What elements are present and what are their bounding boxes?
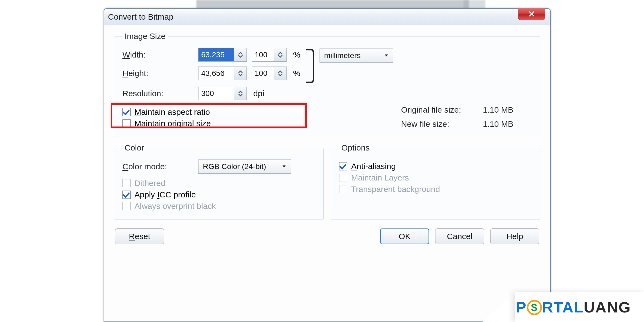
- cancel-button[interactable]: Cancel: [435, 228, 484, 244]
- apply-icc-checkbox[interactable]: [122, 191, 131, 199]
- options-legend: Options: [339, 143, 372, 152]
- units-dropdown[interactable]: millimeters: [320, 49, 393, 63]
- convert-to-bitmap-dialog: Convert to Bitmap Image Size WWidth:idth…: [104, 8, 551, 322]
- color-group: Color Color mode: RGB Color (24-bit) Dit…: [114, 143, 324, 220]
- overprint-row: Always overprint black: [122, 201, 315, 211]
- maintain-aspect-label: Maintain aspect ratio: [134, 107, 210, 117]
- height-pct-input[interactable]: [252, 67, 274, 80]
- maintain-layers-checkbox: [339, 174, 347, 182]
- file-size-info: Original file size: 1.10 MB New file siz…: [401, 105, 532, 129]
- height-label: Height:: [122, 69, 193, 78]
- resolution-input[interactable]: [198, 87, 234, 100]
- size-lower-row: Maintain aspect ratio Maintain original …: [122, 105, 532, 130]
- resolution-row: Resolution: dpi: [122, 87, 532, 100]
- reset-button[interactable]: Reset: [115, 228, 164, 244]
- image-size-legend: Image Size: [122, 32, 168, 41]
- resolution-spinner[interactable]: [198, 87, 247, 100]
- width-pct-input[interactable]: [252, 48, 274, 61]
- transparent-bg-label: Transparent background: [351, 185, 440, 194]
- height-spin-buttons[interactable]: [234, 67, 246, 80]
- titlebar: Convert to Bitmap: [104, 9, 550, 25]
- color-mode-label: Color mode:: [122, 162, 193, 171]
- spin-updown-icon: [236, 51, 245, 59]
- dollar-coin-icon: $: [527, 300, 542, 315]
- spin-updown-icon: [236, 89, 245, 98]
- dithered-label: Dithered: [134, 179, 165, 188]
- maintain-original-checkbox[interactable]: [122, 119, 131, 128]
- resolution-unit: dpi: [253, 89, 264, 98]
- close-button[interactable]: [518, 8, 545, 20]
- width-spin-buttons[interactable]: [234, 48, 246, 61]
- apply-icc-row[interactable]: Apply ICC profile: [122, 190, 315, 199]
- chevron-down-icon: [384, 51, 389, 60]
- height-spinner[interactable]: [198, 67, 247, 80]
- height-pct-spin-buttons[interactable]: [274, 67, 286, 80]
- anti-aliasing-row[interactable]: Anti-aliasing: [339, 162, 532, 171]
- color-legend: Color: [122, 143, 146, 152]
- maintain-original-row[interactable]: Maintain original size: [122, 119, 401, 128]
- width-spinner[interactable]: [198, 48, 247, 62]
- width-row: WWidth:idth:: [122, 48, 300, 62]
- width-input[interactable]: [198, 48, 234, 61]
- width-pct-spinner[interactable]: [252, 48, 287, 62]
- original-size-label: Original file size:: [401, 105, 483, 115]
- overprint-checkbox: [122, 202, 131, 210]
- apply-icc-label: Apply ICC profile: [134, 190, 196, 199]
- color-mode-row: Color mode: RGB Color (24-bit): [122, 160, 315, 174]
- watermark-text: P $ RTAL UANG: [515, 292, 644, 322]
- width-pct-spin-buttons[interactable]: [274, 48, 286, 61]
- maintain-layers-label: Maintain Layers: [351, 173, 409, 182]
- resolution-label: Resolution:: [122, 89, 193, 98]
- maintain-aspect-row[interactable]: Maintain aspect ratio: [122, 107, 401, 117]
- width-pct-symbol: %: [293, 50, 300, 59]
- overprint-label: Always overprint black: [134, 201, 216, 211]
- height-row: Height: %: [122, 67, 300, 80]
- spin-updown-icon: [276, 69, 284, 77]
- dithered-row: Dithered: [122, 179, 315, 188]
- chevron-down-icon: [281, 162, 287, 171]
- width-label: WWidth:idth:: [122, 50, 193, 59]
- watermark: P $ RTAL UANG: [482, 292, 644, 322]
- ok-button[interactable]: OK: [380, 228, 429, 244]
- maintain-original-label: Maintain original size: [134, 119, 211, 128]
- options-group: Options Anti-aliasing Maintain Layers Tr…: [331, 143, 540, 220]
- units-selected: millimeters: [324, 51, 361, 60]
- new-size-value: 1.10 MB: [483, 119, 532, 129]
- help-button[interactable]: Help: [490, 228, 539, 244]
- dialog-client: Image Size WWidth:idth:: [104, 25, 550, 321]
- button-bar: Reset OK Cancel Help: [114, 226, 540, 244]
- dialog-title: Convert to Bitmap: [108, 12, 173, 22]
- spin-updown-icon: [276, 51, 284, 59]
- original-size-value: 1.10 MB: [483, 105, 532, 115]
- image-size-group: Image Size WWidth:idth:: [114, 32, 540, 137]
- new-size-label: New file size:: [401, 119, 483, 129]
- transparent-bg-checkbox: [339, 185, 347, 193]
- color-mode-selected: RGB Color (24-bit): [203, 162, 266, 171]
- link-bracket-icon: [305, 48, 315, 84]
- resolution-spin-buttons[interactable]: [234, 87, 246, 100]
- close-icon: [528, 10, 535, 17]
- dithered-checkbox: [122, 179, 131, 187]
- height-pct-spinner[interactable]: [252, 67, 287, 80]
- anti-aliasing-checkbox[interactable]: [339, 162, 347, 170]
- anti-aliasing-label: Anti-aliasing: [351, 162, 396, 171]
- transparent-bg-row: Transparent background: [339, 185, 532, 194]
- color-mode-dropdown[interactable]: RGB Color (24-bit): [198, 160, 291, 174]
- watermark-arrow-icon: [482, 292, 515, 322]
- height-pct-symbol: %: [293, 69, 300, 78]
- spin-updown-icon: [236, 69, 245, 77]
- height-input[interactable]: [198, 67, 234, 80]
- maintain-aspect-checkbox[interactable]: [122, 108, 131, 116]
- maintain-layers-row: Maintain Layers: [339, 173, 532, 182]
